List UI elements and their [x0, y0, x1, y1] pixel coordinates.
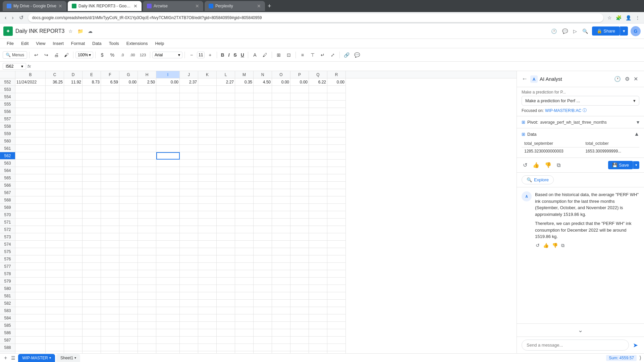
cell-G579[interactable]	[119, 278, 138, 285]
cell-G577[interactable]	[119, 263, 138, 270]
cell-O555[interactable]	[272, 101, 290, 108]
row-num-568[interactable]: 568	[0, 196, 15, 204]
cell-I558[interactable]	[156, 123, 180, 130]
cell-P560[interactable]	[290, 137, 309, 145]
tab-gdrive[interactable]: My Drive - Google Drive ✕	[3, 1, 66, 11]
cell-J581[interactable]	[180, 292, 198, 300]
cell-O567[interactable]	[272, 189, 290, 196]
cell-K567[interactable]	[198, 189, 217, 196]
cell-D567[interactable]	[64, 189, 83, 196]
cell-I579[interactable]	[156, 278, 180, 285]
cell-J564[interactable]	[180, 167, 198, 174]
cell-H583[interactable]	[138, 307, 156, 314]
cell-D578[interactable]	[64, 270, 83, 278]
cell-B575[interactable]	[15, 248, 46, 255]
cell-K588[interactable]	[198, 344, 217, 351]
cell-K581[interactable]	[198, 292, 217, 300]
row-num-574[interactable]: 574	[0, 241, 15, 248]
cell-F559[interactable]	[101, 130, 119, 137]
cell-O573[interactable]	[272, 233, 290, 241]
cell-M578[interactable]	[235, 270, 254, 278]
cell-G555[interactable]	[119, 101, 138, 108]
cell-J583[interactable]	[180, 307, 198, 314]
cell-M559[interactable]	[235, 130, 254, 137]
menu-item-edit[interactable]: Edit	[18, 40, 32, 47]
cell-E581[interactable]	[83, 292, 101, 300]
row-num-572[interactable]: 572	[0, 226, 15, 233]
cell-Q575[interactable]	[309, 248, 327, 255]
cell-E552[interactable]: 8.73	[83, 78, 101, 86]
align-v-button[interactable]: ⊤	[308, 51, 317, 59]
cell-N575[interactable]	[254, 248, 272, 255]
info-icon[interactable]: ⓘ	[583, 108, 587, 113]
cell-L571[interactable]	[217, 219, 235, 226]
cell-R565[interactable]	[327, 174, 346, 182]
insert-comment-button[interactable]: 💬	[352, 51, 362, 59]
borders-button[interactable]: ⊞	[274, 51, 283, 59]
cell-M589[interactable]	[235, 351, 254, 353]
cell-H558[interactable]	[138, 123, 156, 130]
cell-D563[interactable]	[64, 160, 83, 167]
cell-F579[interactable]	[101, 278, 119, 285]
cell-N558[interactable]	[254, 123, 272, 130]
cell-H560[interactable]	[138, 137, 156, 145]
cell-N577[interactable]	[254, 263, 272, 270]
menu-item-view[interactable]: View	[33, 40, 49, 47]
cell-E579[interactable]	[83, 278, 101, 285]
cell-O565[interactable]	[272, 174, 290, 182]
cell-L588[interactable]	[217, 344, 235, 351]
cell-M562[interactable]	[235, 152, 254, 160]
cell-I586[interactable]	[156, 329, 180, 337]
cell-I561[interactable]	[156, 145, 180, 152]
cell-E561[interactable]	[83, 145, 101, 152]
cell-E576[interactable]	[83, 255, 101, 263]
thumbdown-icon[interactable]: 👎	[543, 161, 553, 170]
thumbup-icon[interactable]: 👍	[531, 161, 541, 170]
cell-O561[interactable]	[272, 145, 290, 152]
cell-D585[interactable]	[64, 322, 83, 329]
cell-C569[interactable]	[46, 204, 64, 211]
cell-B574[interactable]	[15, 241, 46, 248]
row-num-559[interactable]: 559	[0, 130, 15, 137]
tab-arcwise[interactable]: Arcwise ✕	[143, 1, 203, 11]
cell-Q560[interactable]	[309, 137, 327, 145]
cell-G570[interactable]	[119, 211, 138, 219]
cell-Q571[interactable]	[309, 219, 327, 226]
cell-H555[interactable]	[138, 101, 156, 108]
cell-P584[interactable]	[290, 314, 309, 322]
cell-Q580[interactable]	[309, 285, 327, 292]
cell-N573[interactable]	[254, 233, 272, 241]
cell-E577[interactable]	[83, 263, 101, 270]
cell-R587[interactable]	[327, 337, 346, 344]
cell-N589[interactable]	[254, 351, 272, 353]
cell-P579[interactable]	[290, 278, 309, 285]
cell-I565[interactable]	[156, 174, 180, 182]
cell-M560[interactable]	[235, 137, 254, 145]
cell-L568[interactable]	[217, 196, 235, 204]
cell-P585[interactable]	[290, 322, 309, 329]
cell-R559[interactable]	[327, 130, 346, 137]
cell-R583[interactable]	[327, 307, 346, 314]
cell-G572[interactable]	[119, 226, 138, 233]
row-num-554[interactable]: 554	[0, 93, 15, 101]
cell-Q578[interactable]	[309, 270, 327, 278]
more-formats-button[interactable]: 123	[138, 52, 148, 58]
collapse-panel-button[interactable]: ⟩	[639, 355, 641, 361]
tab-sheets[interactable]: Daily INK REPORT3 - Google... ✕	[68, 1, 142, 11]
cell-F566[interactable]	[101, 182, 119, 189]
cell-P577[interactable]	[290, 263, 309, 270]
search-icon[interactable]: 🔍	[581, 28, 589, 35]
cell-C567[interactable]	[46, 189, 64, 196]
print-button[interactable]: 🖨	[52, 51, 61, 59]
cell-R574[interactable]	[327, 241, 346, 248]
cell-M570[interactable]	[235, 211, 254, 219]
cell-reference[interactable]: I562 ▾	[3, 63, 26, 70]
cell-D586[interactable]	[64, 329, 83, 337]
cell-N579[interactable]	[254, 278, 272, 285]
cell-P555[interactable]	[290, 101, 309, 108]
cell-O588[interactable]	[272, 344, 290, 351]
cell-M566[interactable]	[235, 182, 254, 189]
cell-R557[interactable]	[327, 115, 346, 123]
cell-N570[interactable]	[254, 211, 272, 219]
cell-K553[interactable]	[198, 86, 217, 93]
